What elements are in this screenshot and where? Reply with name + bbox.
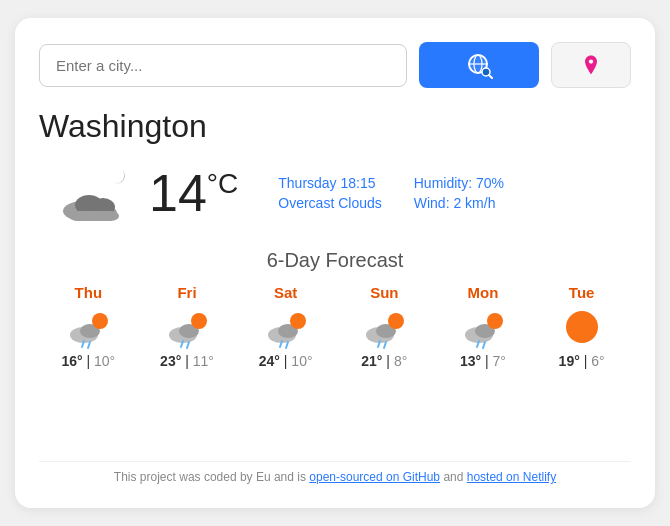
city-name: Washington	[39, 108, 631, 145]
svg-point-24	[290, 313, 306, 329]
forecast-icon-sun	[362, 305, 406, 349]
weather-icon-area	[39, 161, 149, 225]
forecast-row: Thu 16° | 10° Fri	[39, 284, 631, 369]
day-label-sun: Sun	[370, 284, 398, 301]
datetime-col: Thursday 18:15 Overcast Clouds	[278, 175, 381, 211]
humidity-wind-col: Humidity: 70% Wind: 2 km/h	[414, 175, 504, 211]
svg-point-19	[191, 313, 207, 329]
svg-point-29	[388, 313, 404, 329]
humidity-label: Humidity: 70%	[414, 175, 504, 191]
cloud-dark-icon	[61, 183, 123, 221]
svg-point-6	[589, 59, 593, 63]
weather-details: Thursday 18:15 Overcast Clouds Humidity:…	[278, 175, 504, 211]
footer-text: This project was coded by Eu and is	[114, 470, 309, 484]
svg-point-14	[92, 313, 108, 329]
netlify-link[interactable]: hosted on Netlify	[467, 470, 556, 484]
day-label-sat: Sat	[274, 284, 297, 301]
svg-point-34	[487, 313, 503, 329]
search-input[interactable]	[39, 44, 407, 87]
weather-description: Overcast Clouds	[278, 195, 381, 211]
temperature-display: 14°C	[149, 163, 238, 223]
forecast-day-sat: Sat 24° | 10°	[250, 284, 322, 369]
github-link[interactable]: open-sourced on GitHub	[309, 470, 440, 484]
forecast-day-sun: Sun 21° | 8°	[348, 284, 420, 369]
day-time: Thursday 18:15	[278, 175, 381, 191]
svg-line-26	[286, 342, 288, 348]
search-row	[39, 42, 631, 88]
temp-range-sun: 21° | 8°	[361, 353, 407, 369]
forecast-icon-tue	[560, 305, 604, 349]
svg-rect-11	[69, 211, 119, 221]
footer: This project was coded by Eu and is open…	[39, 461, 631, 484]
location-button[interactable]	[551, 42, 631, 88]
forecast-day-thu: Thu 16° | 10°	[52, 284, 124, 369]
temp-range-mon: 13° | 7°	[460, 353, 506, 369]
forecast-day-mon: Mon 13° | 7°	[447, 284, 519, 369]
temp-range-fri: 23° | 11°	[160, 353, 214, 369]
forecast-section: 6-Day Forecast Thu 16° | 10°	[39, 249, 631, 369]
forecast-day-tue: Tue 19° | 6°	[546, 284, 618, 369]
search-button[interactable]	[419, 42, 539, 88]
footer-mid: and	[440, 470, 467, 484]
temp-range-thu: 16° | 10°	[61, 353, 115, 369]
svg-line-5	[489, 75, 492, 78]
svg-line-36	[483, 342, 485, 348]
day-label-tue: Tue	[569, 284, 595, 301]
forecast-icon-sat	[264, 305, 308, 349]
forecast-icon-fri	[165, 305, 209, 349]
forecast-day-fri: Fri 23° | 11°	[151, 284, 223, 369]
location-icon	[579, 53, 603, 77]
wind-label: Wind: 2 km/h	[414, 195, 504, 211]
svg-point-37	[566, 311, 598, 343]
temp-range-sat: 24° | 10°	[259, 353, 313, 369]
temp-value: 14	[149, 164, 207, 222]
forecast-icon-thu	[66, 305, 110, 349]
temp-range-tue: 19° | 6°	[559, 353, 605, 369]
weather-card: Washington 14°C	[15, 18, 655, 508]
search-icon	[465, 51, 493, 79]
temp-unit: °C	[207, 168, 238, 199]
day-label-fri: Fri	[177, 284, 196, 301]
forecast-title: 6-Day Forecast	[39, 249, 631, 272]
svg-line-16	[88, 342, 90, 348]
svg-line-31	[384, 342, 386, 348]
forecast-icon-mon	[461, 305, 505, 349]
svg-line-21	[187, 342, 189, 348]
day-label-thu: Thu	[75, 284, 103, 301]
weather-main: 14°C Thursday 18:15 Overcast Clouds Humi…	[39, 161, 631, 225]
day-label-mon: Mon	[468, 284, 499, 301]
moon-icon	[107, 165, 129, 187]
overcast-clouds-icon	[49, 161, 139, 225]
